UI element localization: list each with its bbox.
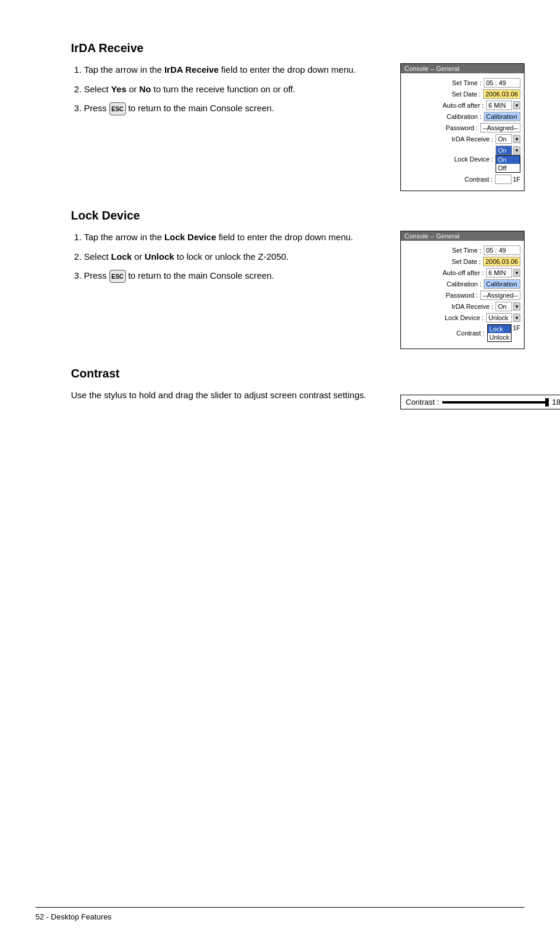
console1-label-contrast: Contrast :	[464, 176, 493, 183]
console2-value-autooff: 6 MIN	[486, 268, 512, 277]
console1-row-password: Password : --Assigned--	[404, 123, 520, 133]
console1-row-autooff: Auto-off after : 6 MIN ▼	[404, 101, 520, 110]
irda-steps-list: Tap the arrow in the IrDA Receive field …	[71, 63, 389, 115]
irda-step1-bold: IrDA Receive	[164, 64, 219, 75]
console2-row-contrast: Contrast : Lock Unlock 1F	[404, 324, 520, 342]
console2-title: Console -- General	[401, 231, 524, 241]
console2-dropdown-lockdevice-icon[interactable]: ▼	[513, 314, 520, 322]
console1-value-contrast	[495, 175, 512, 184]
irda-step3-rest: to return to the main Console screen.	[126, 103, 274, 113]
console1-row-settime: Set Time : 05 : 49	[404, 78, 520, 88]
console2-row-password: Password : --Assigned--	[404, 291, 520, 300]
console2-footer-1f: 1F	[513, 324, 520, 331]
console1-value-irda: On	[496, 134, 512, 144]
irda-step-1: Tap the arrow in the IrDA Receive field …	[84, 63, 389, 77]
irda-step2-plain: Select	[84, 84, 111, 94]
console1-dropdown-on[interactable]: On	[496, 156, 520, 164]
console2-label-contrast: Contrast :	[457, 330, 485, 337]
lock-step-2: Select Lock or Unlock to lock or unlock …	[84, 250, 389, 264]
console1-dropdown-autooff-icon[interactable]: ▼	[513, 101, 520, 109]
console2-dropdown-lock[interactable]: Lock	[488, 325, 512, 333]
console2-dropdown-irda-icon[interactable]: ▼	[513, 302, 520, 311]
console1-row-setdate: Set Date : 2006.03.06	[404, 89, 520, 99]
irda-step2-mid: or	[127, 84, 140, 94]
console1-dropdown-off[interactable]: Off	[496, 164, 520, 172]
lock-step2-rest: to lock or unlock the Z-2050.	[174, 251, 289, 262]
console1-dropdown-irda-icon[interactable]: ▼	[513, 135, 520, 143]
contrast-desc: Use the stylus to hold and drag the slid…	[71, 389, 389, 402]
lock-instructions: Tap the arrow in the Lock Device field t…	[71, 231, 389, 289]
console2-row-irda: IrDA Receive : On ▼	[404, 302, 520, 311]
irda-step3-plain: Press	[84, 103, 109, 113]
console2-contrast-area: Lock Unlock	[487, 324, 512, 342]
contrast-widget-label: Contrast :	[406, 398, 439, 406]
console1-title: Console -- General	[401, 64, 524, 73]
lock-step3-plain: Press	[84, 270, 109, 280]
console2-label-calibration: Calibration :	[446, 280, 481, 288]
contrast-slider-track[interactable]	[442, 401, 548, 404]
console2-value-lockdevice: Unlock	[486, 313, 512, 322]
console1-value-autooff: 6 MIN	[486, 101, 512, 110]
console1-value-calibration: Calibration	[484, 112, 520, 121]
irda-instructions: Tap the arrow in the IrDA Receive field …	[71, 63, 389, 121]
contrast-section: Contrast Use the stylus to hold and drag…	[71, 367, 525, 409]
irda-step2-rest: to turn the receive function on or off.	[151, 84, 295, 94]
console1-dropdown-lockdevice-icon[interactable]: ▼	[513, 146, 520, 154]
console1-row-calibration: Calibration : Calibration	[404, 112, 520, 121]
console2-row-lockdevice: Lock Device : Unlock ▼	[404, 313, 520, 322]
contrast-slider-thumb[interactable]	[545, 398, 549, 406]
lock-step1-plain: Tap the arrow in the	[84, 232, 164, 242]
console2-label-autooff: Auto-off after :	[442, 269, 484, 276]
console2-value-irda: On	[496, 302, 512, 311]
lock-step2-mid: or	[132, 251, 145, 262]
console2-dropdown-autooff-icon[interactable]: ▼	[513, 269, 520, 277]
console1-widget: Console -- General Set Time : 05 : 49 Se…	[400, 63, 525, 191]
contrast-heading: Contrast	[71, 367, 525, 380]
console1-value-password: --Assigned--	[480, 123, 520, 133]
contrast-widget-area: Contrast : 18	[400, 389, 525, 409]
console2-label-setdate: Set Date :	[452, 258, 481, 265]
irda-section: IrDA Receive Tap the arrow in the IrDA R…	[71, 41, 525, 191]
console2-row-calibration: Calibration : Calibration	[404, 279, 520, 289]
console1-label-setdate: Set Date :	[452, 91, 481, 98]
contrast-widget: Contrast : 18	[400, 395, 560, 409]
page-footer: 52 - Desktop Features	[35, 907, 525, 921]
irda-step-2: Select Yes or No to turn the receive fun…	[84, 83, 389, 96]
console2-value-setdate: 2006.03.06	[483, 257, 520, 266]
console2-lock-dropdown-list: Lock Unlock	[487, 324, 512, 342]
page-content: IrDA Receive Tap the arrow in the IrDA R…	[0, 0, 560, 463]
console2-value-password: --Assigned--	[480, 291, 520, 300]
console1-label-calibration: Calibration :	[446, 113, 481, 120]
console2-widget: Console -- General Set Time : 05 : 49 Se…	[400, 231, 525, 349]
console1-label-autooff: Auto-off after :	[442, 102, 484, 109]
lock-step2-bold1: Lock	[111, 251, 132, 262]
irda-step1-plain: Tap the arrow in the	[84, 64, 164, 75]
lock-step1-bold: Lock Device	[164, 232, 216, 242]
console1-value-settime: 05 : 49	[484, 78, 520, 88]
lock-step3-rest: to return to the main Console screen.	[126, 270, 274, 280]
esc-key-icon-2: ESC	[109, 270, 126, 283]
irda-step2-bold2: No	[139, 84, 151, 94]
console1-body: Set Time : 05 : 49 Set Date : 2006.03.06…	[401, 73, 524, 191]
console2-dropdown-unlock[interactable]: Unlock	[488, 333, 512, 341]
console2-row-autooff: Auto-off after : 6 MIN ▼	[404, 268, 520, 277]
console2-body: Set Time : 05 : 49 Set Date : 2006.03.06…	[401, 241, 524, 349]
esc-key-icon: ESC	[109, 102, 126, 115]
console1-label-lockdevice: Lock Device :	[454, 156, 493, 163]
contrast-widget-value: 18	[552, 398, 560, 406]
lock-step1-rest: field to enter the drop down menu.	[216, 232, 353, 242]
console1-row-irda: IrDA Receive : On ▼	[404, 134, 520, 144]
console2-label-password: Password :	[446, 292, 478, 299]
lock-step2-plain: Select	[84, 251, 111, 262]
footer-text: 52 - Desktop Features	[35, 912, 112, 921]
console2-row-setdate: Set Date : 2006.03.06	[404, 257, 520, 266]
lock-section: Lock Device Tap the arrow in the Lock De…	[71, 209, 525, 349]
irda-step-3: Press ESC to return to the main Console …	[84, 102, 389, 115]
lock-section-row: Tap the arrow in the Lock Device field t…	[71, 231, 525, 349]
console1-lockdevice-dropdown: On ▼ On Off	[496, 146, 520, 173]
console2-lockdevice-dropdown: Unlock ▼	[486, 313, 520, 322]
console2-row-settime: Set Time : 05 : 49	[404, 246, 520, 255]
lock-heading: Lock Device	[71, 209, 525, 222]
console1-value-setdate: 2006.03.06	[483, 89, 520, 99]
console1-row-lockdevice: Lock Device : On ▼ On Off	[404, 146, 520, 173]
